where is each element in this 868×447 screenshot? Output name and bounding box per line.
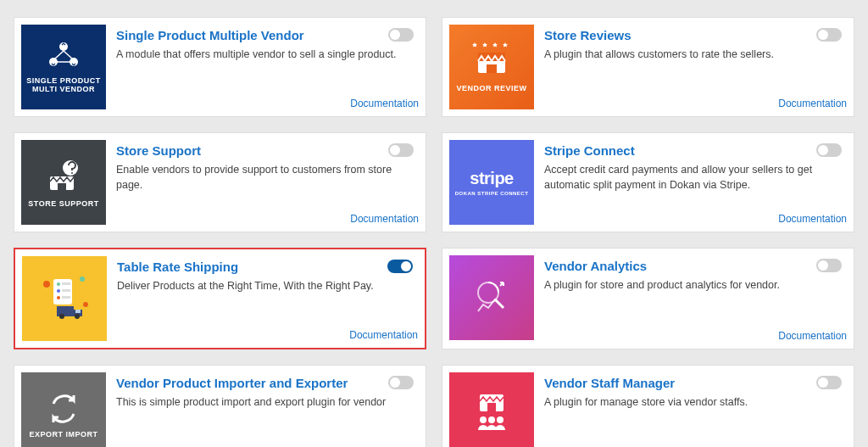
module-thumbnail (449, 372, 534, 447)
thumb-label: EXPORT IMPORT (29, 431, 97, 439)
module-title[interactable]: Table Rate Shipping (117, 260, 418, 274)
module-content: Stripe Connect Accept credit card paymen… (534, 140, 847, 225)
module-thumbnail: EXPORT IMPORT (21, 372, 106, 447)
svg-point-24 (75, 314, 80, 319)
svg-rect-5 (487, 64, 497, 73)
thumb-label: STORE SUPPORT (28, 200, 98, 209)
module-title[interactable]: Single Product Multiple Vendor (116, 28, 419, 42)
module-card: stripe DOKAN STRIPE CONNECT Stripe Conne… (442, 132, 854, 232)
module-description: This is simple product import and export… (116, 395, 419, 445)
enable-toggle[interactable] (816, 259, 842, 272)
documentation-link[interactable]: Documentation (544, 98, 847, 109)
module-thumbnail (22, 256, 107, 341)
svg-point-23 (59, 314, 64, 319)
module-thumbnail (449, 255, 534, 340)
enable-toggle[interactable] (388, 28, 414, 42)
module-card: SINGLE PRODUCT MULTI VENDOR Single Produ… (14, 17, 426, 117)
module-thumbnail: VENDOR REVIEW (449, 25, 534, 109)
module-title[interactable]: Store Reviews (544, 28, 847, 42)
import-export-icon (45, 390, 82, 427)
documentation-link[interactable]: Documentation (544, 330, 847, 342)
module-card: Vendor Staff Manager A plugin for manage… (442, 365, 854, 447)
svg-rect-15 (62, 282, 70, 285)
module-content: Store Reviews A plugin that allows custo… (534, 25, 847, 109)
svg-rect-22 (75, 310, 81, 313)
module-card: VENDOR REVIEW Store Reviews A plugin tha… (442, 17, 854, 117)
svg-rect-28 (487, 403, 496, 411)
module-content: Vendor Analytics A plugin for store and … (534, 255, 847, 342)
svg-point-12 (83, 302, 88, 307)
module-card-highlighted: Table Rate Shipping Deliver Products at … (14, 248, 426, 349)
module-thumbnail: STORE SUPPORT (21, 140, 106, 225)
shipping-icon (35, 267, 94, 327)
module-description: A plugin for manage store via vendor sta… (544, 395, 847, 445)
support-icon (43, 156, 84, 197)
analytics-icon (466, 271, 517, 321)
module-content: Table Rate Shipping Deliver Products at … (107, 256, 418, 341)
svg-rect-17 (62, 289, 70, 292)
enable-toggle[interactable] (388, 376, 414, 389)
documentation-link[interactable]: Documentation (116, 213, 419, 225)
svg-point-30 (488, 416, 495, 423)
enable-toggle[interactable] (816, 28, 842, 42)
modules-grid: SINGLE PRODUCT MULTI VENDOR Single Produ… (14, 17, 854, 447)
module-title[interactable]: Store Support (116, 143, 419, 158)
enable-toggle[interactable] (387, 260, 413, 273)
svg-point-11 (80, 277, 85, 282)
enable-toggle[interactable] (388, 143, 414, 157)
documentation-link[interactable]: Documentation (117, 329, 418, 341)
review-stars-icon (468, 41, 515, 81)
module-content: Single Product Multiple Vendor A module … (106, 25, 419, 109)
module-content: Vendor Product Importer and Exporter Thi… (106, 372, 419, 447)
staff-icon (468, 389, 515, 437)
svg-point-7 (71, 172, 73, 174)
svg-point-31 (497, 416, 504, 423)
module-card: STORE SUPPORT Store Support Enable vendo… (14, 132, 426, 232)
thumb-label: VENDOR REVIEW (456, 85, 526, 93)
svg-rect-20 (57, 306, 74, 316)
module-description: A module that offers multiple vendor to … (116, 47, 419, 98)
enable-toggle[interactable] (816, 143, 842, 157)
module-content: Vendor Staff Manager A plugin for manage… (534, 372, 847, 447)
enable-toggle[interactable] (816, 376, 842, 389)
thumb-label: SINGLE PRODUCT MULTI VENDOR (25, 77, 103, 94)
module-content: Store Support Enable vendors to provide … (106, 140, 419, 225)
module-card: EXPORT IMPORT Vendor Product Importer an… (14, 365, 426, 447)
module-description: A plugin that allows customers to rate t… (544, 47, 847, 98)
documentation-link[interactable]: Documentation (544, 213, 847, 225)
module-description: A plugin for store and product analytics… (544, 278, 847, 330)
svg-rect-19 (62, 296, 70, 299)
module-description: Deliver Products at the Right Time, With… (117, 279, 418, 329)
svg-point-16 (57, 289, 60, 293)
svg-point-18 (57, 296, 60, 299)
module-thumbnail: SINGLE PRODUCT MULTI VENDOR (21, 25, 106, 109)
svg-point-14 (57, 282, 60, 286)
documentation-link[interactable]: Documentation (116, 98, 419, 109)
module-title[interactable]: Stripe Connect (544, 143, 847, 158)
thumb-label: DOKAN STRIPE CONNECT (455, 191, 529, 197)
module-description: Enable vendors to provide support to cus… (116, 163, 419, 213)
svg-point-10 (43, 281, 50, 288)
module-thumbnail: stripe DOKAN STRIPE CONNECT (449, 140, 534, 225)
module-title[interactable]: Vendor Analytics (544, 259, 847, 273)
module-title[interactable]: Vendor Staff Manager (544, 376, 847, 390)
module-title[interactable]: Vendor Product Importer and Exporter (116, 376, 419, 390)
svg-point-29 (480, 416, 487, 423)
multi-vendor-icon (45, 40, 82, 74)
stripe-logo-icon: stripe (470, 169, 513, 187)
svg-rect-9 (58, 183, 66, 190)
module-card: Vendor Analytics A plugin for store and … (442, 248, 854, 349)
module-description: Accept credit card payments and allow yo… (544, 163, 847, 213)
